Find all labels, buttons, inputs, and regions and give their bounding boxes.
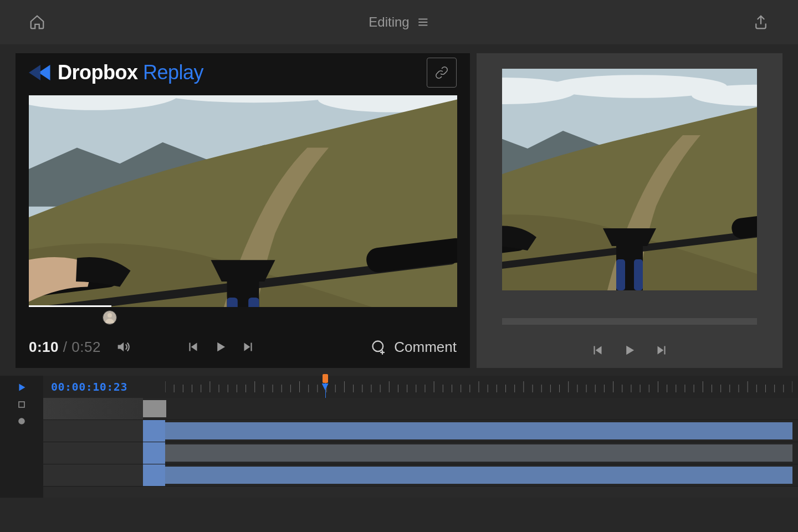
clip-stub[interactable] — [143, 400, 166, 417]
preview-scrubber[interactable] — [502, 318, 757, 325]
timeline-body: 00:00:10:23 — [43, 376, 798, 498]
timeline-play-icon — [16, 381, 28, 393]
preview-video[interactable] — [502, 69, 757, 290]
timeline-ruler[interactable]: 00:00:10:23 — [43, 376, 798, 398]
track-head — [43, 464, 143, 486]
replay-title: Dropbox Replay — [58, 61, 203, 84]
avatar-icon — [103, 311, 116, 324]
product-text: Replay — [143, 61, 203, 84]
comment-label: Comment — [394, 339, 457, 356]
home-icon — [29, 14, 45, 30]
volume-button[interactable] — [115, 339, 131, 355]
menu-icon — [417, 16, 429, 28]
preview-frame-image — [502, 69, 757, 290]
clip[interactable] — [165, 467, 792, 484]
time-display: 0:10 / 0:52 — [29, 339, 101, 356]
share-icon — [753, 14, 769, 30]
main-video[interactable] — [29, 95, 457, 307]
timeline-stop-button[interactable] — [16, 399, 27, 410]
play-icon — [213, 339, 228, 355]
replay-logo-icon — [29, 61, 52, 84]
preview-play-button[interactable] — [622, 342, 637, 358]
brand-text: Dropbox — [58, 61, 138, 84]
main-row: Dropbox Replay 0:10 / 0:52 — [0, 53, 798, 368]
timeline-timecode: 00:00:10:23 — [51, 381, 127, 392]
step-forward-button[interactable] — [241, 340, 255, 354]
clip-head — [143, 442, 165, 464]
replay-logo: Dropbox Replay — [29, 61, 203, 84]
top-bar: Editing — [0, 0, 798, 44]
timeline-tracks — [43, 398, 798, 498]
timeline-play-button[interactable] — [16, 381, 28, 393]
timeline-record-icon — [16, 416, 27, 427]
replay-controls: 0:10 / 0:52 Comment — [16, 329, 470, 365]
play-icon — [622, 342, 637, 358]
ruler-ticks — [165, 376, 792, 398]
mode-label: Editing — [369, 14, 409, 30]
step-forward-icon — [654, 343, 668, 357]
track-head — [43, 398, 143, 420]
play-button[interactable] — [213, 339, 228, 355]
copy-link-button[interactable] — [427, 58, 457, 88]
step-back-icon — [186, 340, 201, 354]
video-frame-image — [29, 95, 457, 307]
clip-head — [143, 464, 165, 486]
share-button[interactable] — [753, 14, 769, 30]
time-sep: / — [63, 339, 71, 355]
track-row-2[interactable] — [43, 420, 798, 442]
track-head — [43, 420, 143, 442]
comment-markers-row — [29, 310, 457, 329]
add-comment-icon — [371, 339, 386, 355]
preview-controls — [591, 342, 668, 358]
svg-point-12 — [108, 313, 112, 318]
step-back-icon — [591, 343, 605, 357]
track-row-4[interactable] — [43, 464, 798, 487]
mode-dropdown[interactable]: Editing — [369, 14, 429, 30]
preview-step-forward-button[interactable] — [654, 343, 668, 357]
current-time: 0:10 — [29, 339, 59, 355]
replay-header: Dropbox Replay — [16, 53, 470, 92]
track-head — [43, 442, 143, 464]
timeline-stop-icon — [16, 399, 27, 410]
track-row-3[interactable] — [43, 442, 798, 464]
clip[interactable] — [165, 422, 792, 439]
preview-panel — [477, 53, 782, 368]
clip[interactable] — [165, 444, 792, 462]
replay-panel: Dropbox Replay 0:10 / 0:52 — [16, 53, 470, 368]
timeline: 00:00:10:23 — [0, 376, 798, 498]
duration: 0:52 — [71, 339, 101, 355]
home-button[interactable] — [29, 14, 45, 30]
preview-step-back-button[interactable] — [591, 343, 605, 357]
step-back-button[interactable] — [186, 340, 201, 354]
video-scrubber[interactable] — [29, 305, 457, 307]
timeline-sidebar — [0, 376, 43, 498]
link-icon — [433, 64, 450, 81]
track-row-1[interactable] — [43, 398, 798, 420]
step-forward-icon — [241, 340, 255, 354]
volume-icon — [115, 339, 131, 355]
clip-head — [143, 420, 165, 442]
scrub-progress — [29, 305, 111, 307]
add-comment-button[interactable]: Comment — [371, 339, 457, 356]
playhead-in-marker — [323, 374, 328, 383]
timeline-record-button[interactable] — [16, 416, 27, 427]
commenter-avatar[interactable] — [103, 310, 117, 325]
